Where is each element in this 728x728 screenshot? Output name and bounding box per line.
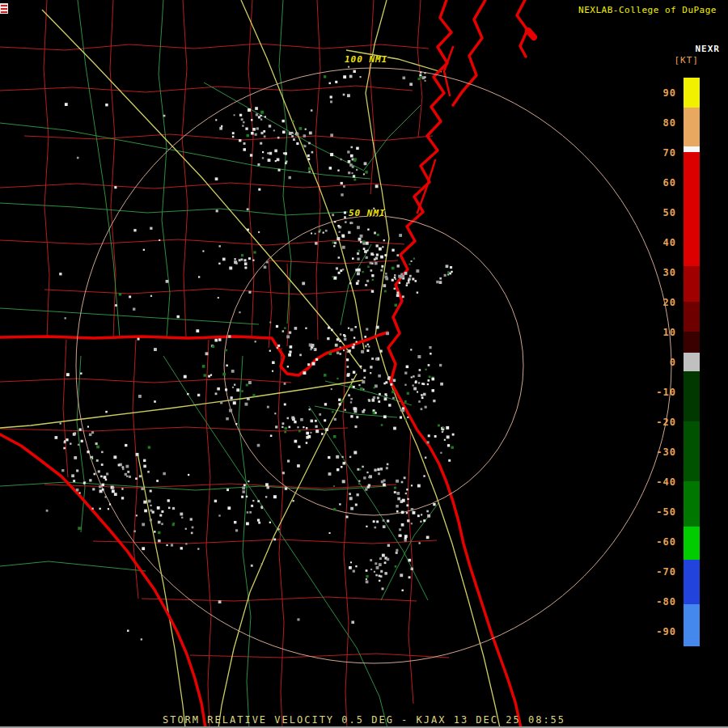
cod-logo-icon: [0, 3, 8, 14]
colorbar-tick-label: -60: [642, 535, 676, 548]
colorbar-units: [KT]: [675, 55, 700, 66]
colorbar-segment: [684, 78, 700, 108]
colorbar-tick-label: 0: [642, 356, 676, 369]
colorbar-title: NEXR: [696, 44, 721, 54]
colorbar-tick-label: 50: [642, 206, 676, 219]
colorbar-tick-label: 20: [642, 296, 676, 309]
colorbar-tick-label: -30: [642, 446, 676, 459]
colorbar-tick-label: 70: [642, 146, 676, 159]
colorbar-segment: [684, 353, 700, 370]
colorbar-segment: [684, 302, 700, 332]
ring-label-50nmi: 50 NMI: [349, 208, 386, 218]
colorbar-tick-label: -20: [642, 416, 676, 429]
colorbar-segment: [684, 527, 700, 560]
colorbar-tick-label: 60: [642, 176, 676, 189]
colorbar-tick-label: -70: [642, 565, 676, 578]
colorbar-tick-label: -40: [642, 476, 676, 489]
velocity-echoes: [46, 66, 455, 641]
radar-display: 100 NMI 50 NMI NEXLAB-College of DuPage …: [0, 0, 728, 728]
colorbar-segment: [684, 560, 700, 605]
colorbar-segment: [684, 421, 700, 481]
colorbar-segment: [684, 152, 700, 266]
colorbar-tick-label: 10: [642, 326, 676, 339]
colorbar-segment: [684, 108, 700, 146]
colorbar-tick-label: -80: [642, 595, 676, 608]
radar-map-canvas: [0, 0, 728, 728]
status-bar: STORM RELATIVE VELOCITY 0.5 DEG - KJAX 1…: [163, 714, 565, 726]
colorbar-segment: [684, 332, 700, 353]
app-title: NEXLAB-College of DuPage: [578, 5, 717, 15]
colorbar-tick-label: 30: [642, 266, 676, 279]
colorbar-segment: [684, 604, 700, 646]
colorbar-segment: [684, 371, 700, 422]
colorbar-gradient: [684, 78, 700, 646]
ring-label-100nmi: 100 NMI: [345, 54, 387, 65]
colorbar-segment: [684, 266, 700, 302]
colorbar-tick-label: 40: [642, 236, 676, 249]
colorbar-tick-label: -90: [642, 625, 676, 638]
colorbar-tick-label: 90: [642, 87, 676, 99]
colorbar-tick-label: -50: [642, 506, 676, 518]
colorbar-tick-label: 80: [642, 116, 676, 129]
colorbar-segment: [684, 481, 700, 527]
colorbar-segment: [684, 146, 700, 152]
colorbar-tick-label: -10: [642, 386, 676, 399]
